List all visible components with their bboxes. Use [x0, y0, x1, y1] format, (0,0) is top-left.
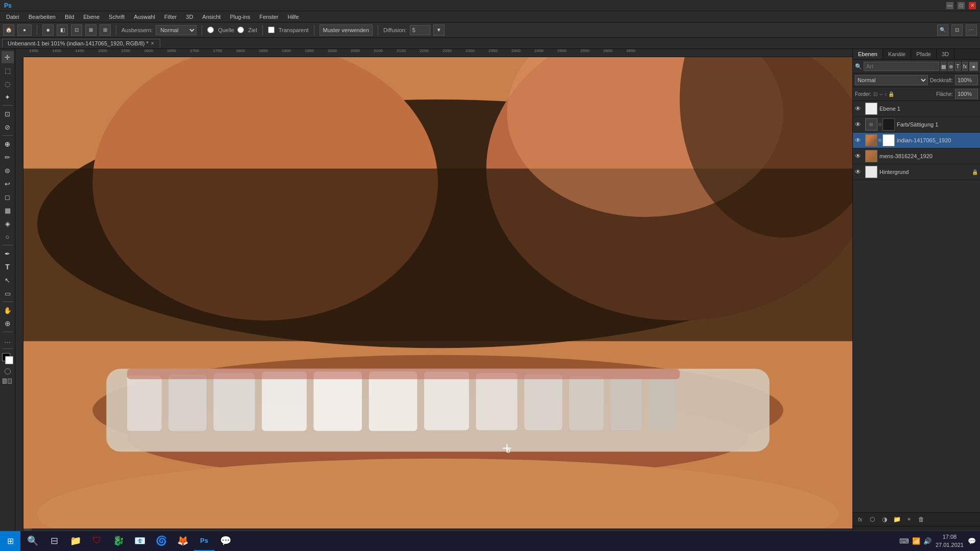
history-brush-tool[interactable]: ↩ — [2, 178, 14, 190]
layer-visibility-mens[interactable]: 👁 — [855, 153, 863, 160]
tool-brush-size-button[interactable]: ● — [17, 24, 32, 36]
search-button[interactable]: 🔍 — [937, 24, 948, 36]
dest-radio[interactable] — [237, 27, 244, 33]
more-tools-button[interactable]: … — [2, 334, 14, 346]
source-radio[interactable] — [207, 27, 214, 33]
layer-row-mens[interactable]: 👁 mens-3816224_1920 — [853, 148, 980, 164]
taskbar-firefox[interactable]: 🦊 — [173, 532, 193, 551]
taskbar-search[interactable]: 🔍 — [22, 532, 43, 551]
canvas-image[interactable] — [23, 57, 852, 529]
close-button[interactable]: ✕ — [969, 2, 976, 9]
taskbar-task-view[interactable]: ⊟ — [44, 532, 64, 551]
layer-filter-4[interactable]: fx — [962, 62, 968, 71]
text-tool[interactable]: T — [2, 261, 14, 273]
pattern-button[interactable]: Muster verwenden — [320, 24, 373, 36]
pen-tool[interactable]: ✒ — [2, 247, 14, 260]
taskbar-app10[interactable]: 💬 — [215, 532, 236, 551]
quick-mask-button[interactable] — [4, 367, 12, 375]
layer-filter-3[interactable]: T — [955, 62, 961, 71]
keyboard-icon[interactable]: ⌨ — [899, 537, 909, 545]
menu-plugins[interactable]: Plug-ins — [226, 13, 254, 21]
layer-visibility-farbsaett[interactable]: 👁 — [855, 121, 863, 128]
taskbar-file-manager[interactable]: 📁 — [65, 532, 86, 551]
lock-icon-4[interactable]: 🔒 — [888, 91, 894, 97]
heal-tool[interactable]: ⊕ — [2, 138, 14, 150]
tool-shape-button2[interactable]: ◧ — [57, 24, 68, 36]
more-button[interactable]: ⋯ — [966, 24, 977, 36]
layer-fx-button[interactable]: fx — [855, 514, 865, 524]
layer-mode-select[interactable]: Normal — [855, 75, 928, 85]
layer-row-indian[interactable]: 👁 ⛓ indian-1417065_1920 — [853, 133, 980, 148]
menu-schrift[interactable]: Schrift — [105, 13, 129, 21]
taskbar-photoshop[interactable]: Ps — [194, 532, 214, 551]
fill-input[interactable] — [955, 89, 978, 99]
lock-icon-3[interactable]: ↕ — [885, 91, 887, 97]
layer-filter-2[interactable]: ⊕ — [948, 62, 953, 71]
maximize-button[interactable]: □ — [958, 2, 965, 9]
taskbar-app5[interactable]: 📧 — [130, 532, 150, 551]
menu-filter[interactable]: Filter — [160, 13, 181, 21]
tab-kanaele[interactable]: Kanäle — [883, 49, 911, 59]
selection-tool[interactable]: ⬚ — [2, 64, 14, 77]
tab-pfade[interactable]: Pfade — [911, 49, 937, 59]
layer-new-button[interactable]: + — [904, 514, 914, 524]
menu-datei[interactable]: Datei — [2, 13, 23, 21]
opacity-input[interactable] — [955, 75, 978, 85]
canvas-content[interactable]: 101,29% ◄ 3200 Px x 4000 Px (72 ppcm) ► — [23, 57, 852, 540]
layer-group-button[interactable]: 📁 — [892, 514, 902, 524]
hand-tool[interactable]: ✋ — [2, 304, 14, 316]
menu-bild[interactable]: Bild — [61, 13, 78, 21]
gradient-tool[interactable]: ▦ — [2, 204, 14, 216]
view-toggle-button[interactable]: ⊡ — [951, 24, 963, 36]
tool-shape-button3[interactable]: ⊡ — [71, 24, 82, 36]
tool-home-button[interactable]: 🏠 — [3, 24, 14, 36]
zoom-tool[interactable]: ⊕ — [2, 317, 14, 330]
menu-hilfe[interactable]: Hilfe — [283, 13, 303, 21]
wand-tool[interactable]: ✦ — [2, 91, 14, 103]
diffusion-dropdown[interactable]: ▼ — [433, 24, 445, 36]
layer-search-input[interactable] — [864, 62, 939, 71]
diffusion-input[interactable] — [410, 25, 430, 35]
lock-icon-1[interactable]: ⊡ — [873, 91, 877, 97]
menu-fenster[interactable]: Fenster — [255, 13, 282, 21]
layer-adjustment-button[interactable]: ◑ — [879, 514, 890, 524]
path-select-tool[interactable]: ↖ — [2, 274, 14, 286]
clone-tool[interactable]: ⊜ — [2, 164, 14, 177]
fg-bg-colors[interactable] — [2, 353, 13, 364]
brush-tool[interactable]: ✏ — [2, 151, 14, 163]
background-color[interactable] — [5, 356, 13, 364]
volume-icon[interactable]: 🔊 — [923, 537, 932, 545]
dodge-tool[interactable]: ○ — [2, 231, 14, 243]
tool-shape-button1[interactable]: ■ — [42, 24, 54, 36]
ps-canvas[interactable] — [23, 57, 852, 529]
network-icon[interactable]: 📶 — [912, 537, 920, 545]
crop-tool[interactable]: ⊡ — [2, 108, 14, 120]
eyedropper-tool[interactable]: ⊘ — [2, 121, 14, 133]
menu-ebene[interactable]: Ebene — [79, 13, 104, 21]
minimize-button[interactable]: — — [946, 2, 953, 9]
tab-ebenen[interactable]: Ebenen — [853, 49, 883, 59]
document-tab[interactable]: Unbenannt-1 bei 101% (indian-1417065_192… — [2, 39, 160, 47]
layer-filter-1[interactable]: ▦ — [941, 62, 946, 71]
taskbar-app4[interactable]: 🐉 — [108, 532, 129, 551]
taskbar-clock[interactable]: 17:08 27.01.2021 — [936, 533, 964, 549]
layer-row-hintergrund[interactable]: 👁 Hintergrund 🔒 — [853, 164, 980, 180]
lock-icon-2[interactable]: ↔ — [878, 91, 884, 97]
menu-3d[interactable]: 3D — [182, 13, 197, 21]
menu-bearbeiten[interactable]: Bearbeiten — [24, 13, 60, 21]
tab-3d[interactable]: 3D — [937, 49, 954, 59]
screen-mode-button[interactable] — [3, 379, 13, 386]
eraser-tool[interactable]: ◻ — [2, 191, 14, 203]
move-tool[interactable]: ✛ — [2, 51, 14, 63]
shape-tool[interactable]: ▭ — [2, 287, 14, 299]
menu-ansicht[interactable]: Ansicht — [198, 13, 225, 21]
layer-row-farbsaett[interactable]: 👁 ⊞ ⛓ Farb/Sättigung 1 — [853, 117, 980, 133]
title-bar-controls[interactable]: — □ ✕ — [946, 2, 976, 9]
transparent-checkbox[interactable] — [268, 27, 275, 33]
layer-visibility-indian[interactable]: 👁 — [855, 137, 863, 144]
blur-tool[interactable]: ◈ — [2, 217, 14, 230]
start-button[interactable]: ⊞ — [0, 531, 20, 552]
taskbar-security[interactable]: 🛡 — [87, 532, 107, 551]
layer-row-ebene1[interactable]: 👁 Ebene 1 — [853, 101, 980, 117]
mode-select[interactable]: Normal — [156, 25, 197, 35]
